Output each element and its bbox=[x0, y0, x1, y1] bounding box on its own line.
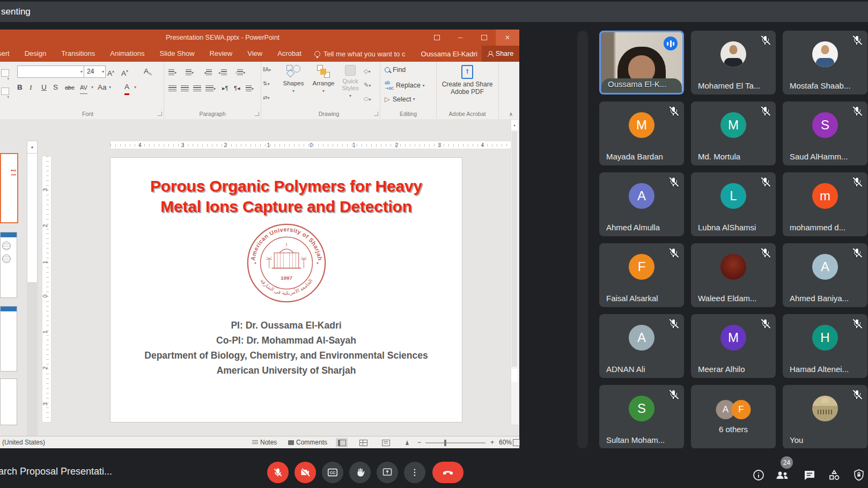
participant-tile[interactable]: S Saud AlHamm... bbox=[783, 101, 867, 165]
end-call-button[interactable] bbox=[432, 462, 464, 483]
scrollbar-bottom[interactable] bbox=[511, 369, 518, 382]
create-pdf-button[interactable]: ⭡ Create and Share Adobe PDF bbox=[440, 65, 494, 96]
captions-button[interactable]: CC bbox=[322, 462, 343, 483]
align-left-button[interactable] bbox=[168, 82, 176, 94]
align-right-button[interactable] bbox=[193, 82, 201, 94]
participant-tile[interactable]: H Hamad Altenei... bbox=[783, 314, 867, 378]
camera-button[interactable] bbox=[295, 462, 316, 483]
comments-button[interactable]: Comments bbox=[288, 439, 327, 446]
scroll-up-arrow[interactable]: ▲ bbox=[511, 120, 518, 131]
font-dialog-launcher[interactable] bbox=[158, 112, 162, 116]
participant-tile-oussama[interactable]: Oussama El-K... bbox=[599, 31, 684, 94]
replace-button[interactable]: ab⇢acReplace ▾ bbox=[385, 80, 424, 91]
share-button[interactable]: Share bbox=[482, 46, 519, 62]
slide-thumbnail-4[interactable] bbox=[0, 378, 17, 425]
others-tile[interactable]: A F 6 others bbox=[691, 385, 776, 449]
select-button[interactable]: ▷Select ▾ bbox=[385, 95, 415, 103]
shape-fill-button[interactable]: ◇▾ bbox=[364, 65, 370, 77]
close-button[interactable]: ✕ bbox=[496, 30, 519, 46]
tab-transitions[interactable]: Transitions bbox=[54, 46, 102, 62]
shapes-button[interactable]: Shapes▾ bbox=[279, 65, 308, 94]
participant-tile[interactable]: L Lubna AlShamsi bbox=[691, 172, 776, 236]
font-size-combo[interactable]: 24▾ bbox=[84, 65, 106, 78]
self-tile[interactable]: You bbox=[783, 385, 867, 449]
participant-tile[interactable]: Waleed Eldam... bbox=[691, 243, 776, 307]
participant-tile[interactable]: M Meerar Alhilo bbox=[691, 314, 776, 378]
normal-view-button[interactable] bbox=[336, 438, 348, 447]
account-name[interactable]: Oussama El-Kadri bbox=[421, 50, 477, 58]
zoom-out-button[interactable]: − bbox=[417, 439, 421, 446]
align-center-button[interactable] bbox=[181, 82, 189, 94]
thumbnail-scrollbar[interactable]: ▲ bbox=[27, 141, 38, 436]
raise-hand-button[interactable] bbox=[349, 462, 371, 483]
slide-credits[interactable]: PI: Dr. Oussama El-Kadri Co-PI: Dr. Moha… bbox=[111, 318, 462, 378]
italic-button[interactable]: I bbox=[30, 82, 32, 93]
shape-outline-button[interactable]: ✎▾ bbox=[364, 79, 371, 91]
participant-tile[interactable]: Mostafa Shaab... bbox=[783, 31, 867, 94]
participant-tile[interactable]: A Ahmed Almulla bbox=[599, 172, 684, 236]
tab-design[interactable]: Design bbox=[17, 46, 54, 62]
slideshow-view-button[interactable] bbox=[401, 438, 413, 447]
mic-button[interactable] bbox=[267, 462, 289, 483]
justify-button[interactable]: ▾ bbox=[205, 82, 216, 94]
increase-font-size-button[interactable]: A▴ bbox=[107, 65, 114, 77]
ribbon-display-options-button[interactable] bbox=[425, 30, 448, 46]
clipboard-partial-icon[interactable] bbox=[1, 69, 9, 77]
slide-scrollbar[interactable]: ▲ bbox=[511, 119, 519, 425]
increase-indent-button[interactable]: ▸ bbox=[219, 66, 227, 78]
decrease-indent-button[interactable]: ◂ bbox=[204, 66, 212, 78]
slide-canvas[interactable]: Porous Organic Polymers for Heavy Metal … bbox=[110, 157, 462, 423]
bullets-button[interactable]: ▾ bbox=[168, 66, 176, 78]
bold-button[interactable]: B bbox=[17, 82, 23, 93]
font-color-button[interactable]: A bbox=[124, 82, 129, 95]
aus-university-seal[interactable]: American University of Sharjah الجامعة ا… bbox=[246, 222, 327, 304]
clear-formatting-button[interactable]: A✎ bbox=[144, 65, 152, 77]
participant-tile[interactable]: A Ahmed Baniya... bbox=[783, 243, 867, 307]
participant-tile[interactable]: m mohammed d... bbox=[783, 172, 867, 236]
strikethrough-button[interactable]: abc bbox=[65, 82, 75, 93]
host-controls-button[interactable] bbox=[851, 468, 866, 482]
change-case-dropdown[interactable]: ▾ bbox=[109, 82, 111, 93]
text-direction-rtl-button[interactable]: ¶◂ bbox=[234, 82, 240, 94]
participant-tile[interactable]: S Sultan Moham... bbox=[599, 385, 684, 449]
participant-tile[interactable]: Mohamed El Ta... bbox=[691, 31, 776, 94]
maximize-button[interactable] bbox=[472, 30, 496, 46]
slide-thumbnail-3[interactable] bbox=[0, 306, 17, 372]
tab-review[interactable]: Review bbox=[202, 46, 240, 62]
participant-tile[interactable]: M Mayada Bardan bbox=[599, 101, 684, 165]
tab-insert[interactable]: sert bbox=[0, 46, 17, 62]
text-direction-button[interactable]: ‖A▾ bbox=[263, 64, 271, 76]
meeting-details-button[interactable] bbox=[751, 468, 766, 482]
zoom-level[interactable]: 60% bbox=[499, 439, 512, 446]
powerpoint-title-bar[interactable]: Presentation SEWA.pptx - PowerPoint ─ ✕ bbox=[0, 30, 519, 46]
present-button[interactable] bbox=[377, 462, 398, 483]
collapse-ribbon-button[interactable]: ∧ bbox=[509, 111, 513, 117]
scrollbar-thumb[interactable] bbox=[27, 153, 38, 283]
slide-sorter-view-button[interactable] bbox=[357, 438, 369, 447]
fit-to-window-button[interactable] bbox=[513, 439, 520, 446]
scrollbar-thumb[interactable] bbox=[512, 132, 517, 367]
paragraph-dialog-launcher[interactable] bbox=[255, 112, 259, 116]
tab-animations[interactable]: Animations bbox=[102, 46, 152, 62]
arrange-button[interactable]: Arrange▾ bbox=[309, 65, 338, 94]
slide-title[interactable]: Porous Organic Polymers for Heavy Metal … bbox=[111, 176, 462, 217]
activities-button[interactable] bbox=[827, 468, 842, 482]
more-options-button[interactable] bbox=[404, 462, 425, 483]
show-everyone-button[interactable] bbox=[775, 468, 790, 482]
convert-smartart-button[interactable]: ⇄▾ bbox=[263, 92, 269, 104]
slide-thumbnail-2[interactable] bbox=[0, 232, 17, 298]
underline-button[interactable]: U bbox=[41, 82, 47, 93]
shape-effects-button[interactable]: ⬭▾ bbox=[364, 93, 371, 105]
zoom-in-button[interactable]: + bbox=[490, 439, 494, 446]
character-spacing-button[interactable]: AV bbox=[80, 82, 87, 94]
scroll-up-arrow[interactable]: ▲ bbox=[27, 141, 38, 154]
slide-thumbnail-1[interactable]: avyion · ··· bbox=[0, 153, 18, 223]
numbering-button[interactable]: ▾ bbox=[186, 66, 194, 78]
font-name-combo[interactable]: ▾ bbox=[17, 65, 84, 78]
minimize-button[interactable]: ─ bbox=[448, 30, 472, 46]
language-indicator[interactable]: (United States) bbox=[2, 439, 45, 446]
participant-tile[interactable]: A ADNAN Ali bbox=[599, 314, 684, 378]
tab-view[interactable]: View bbox=[240, 46, 270, 62]
tab-slide-show[interactable]: Slide Show bbox=[152, 46, 202, 62]
align-text-button[interactable]: ⇅▾ bbox=[263, 78, 269, 90]
